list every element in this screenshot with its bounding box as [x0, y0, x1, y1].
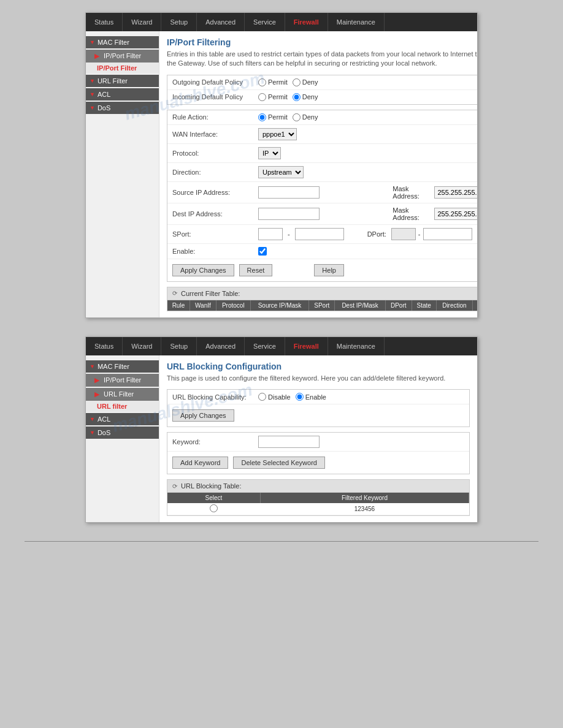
apply-changes-button[interactable]: Apply Changes [172, 264, 234, 276]
enable-value [258, 247, 267, 256]
sport-end-input[interactable] [295, 228, 344, 240]
arrow2-dos: ▼ [90, 430, 95, 436]
wan-interface-label: WAN Interface: [172, 131, 258, 138]
incoming-permit-option[interactable]: Permit [258, 93, 288, 101]
nav-firewall-1[interactable]: Firewall [285, 13, 328, 31]
nav-bar-1: Status Wizard Setup Advanced Service Fir… [86, 13, 477, 31]
port-row: SPort: - DPort: - [167, 225, 478, 244]
sidebar-url-header[interactable]: ▼ URL Filter [86, 75, 159, 87]
protocol-select[interactable]: IP [258, 147, 281, 159]
url-row-radio[interactable] [210, 504, 218, 512]
mask-label-2: Mask Address: [393, 207, 429, 221]
nav-firewall-2[interactable]: Firewall [285, 337, 328, 355]
keyword-row: Keyword: [167, 433, 469, 452]
dport-end-input[interactable] [423, 228, 472, 240]
help-button[interactable]: Help [314, 264, 344, 276]
dest-ip-input[interactable] [258, 208, 320, 220]
url-apply-button[interactable]: Apply Changes [172, 409, 234, 422]
incoming-permit-radio[interactable] [258, 93, 266, 101]
sidebar-dos-label: DoS [98, 104, 110, 112]
nav-maintenance-2[interactable]: Maintenance [328, 337, 385, 355]
enable-row: Enable: [167, 244, 478, 259]
nav-setup-1[interactable]: Setup [161, 13, 197, 31]
panel1-router: manualshlve.com Status Wizard Setup Adva… [85, 12, 478, 318]
sidebar-ipport-header[interactable]: ▶ IP/Port Filter [86, 50, 159, 63]
add-keyword-button[interactable]: Add Keyword [172, 457, 228, 469]
form-buttons: Apply Changes Reset Help [167, 259, 478, 281]
filter-table-title: Current Filter Table: [181, 290, 240, 297]
panel2-router: manualshlve.com Status Wizard Setup Adva… [85, 336, 478, 523]
rule-permit-option[interactable]: Permit [258, 113, 288, 121]
mask-label-1: Mask Address: [393, 185, 429, 200]
reset-button[interactable]: Reset [239, 264, 273, 276]
outgoing-deny-radio[interactable] [293, 78, 301, 86]
delete-keyword-button[interactable]: Delete Selected Keyword [233, 457, 325, 469]
sidebar-section-url: ▼ URL Filter [86, 75, 159, 87]
url-col-keyword: Filtered Keyword [260, 493, 469, 503]
col-protocol: Protocol [216, 300, 250, 311]
nav-status-2[interactable]: Status [86, 337, 123, 355]
url-disable-radio[interactable] [258, 393, 266, 401]
outgoing-deny-option[interactable]: Deny [293, 78, 318, 86]
rule-deny-option[interactable]: Deny [293, 113, 318, 121]
source-ip-input[interactable] [258, 186, 320, 199]
sidebar2-ipport-header[interactable]: ▶ IP/Port Filter [86, 374, 159, 387]
url-disable-option[interactable]: Disable [258, 393, 291, 401]
nav-service-1[interactable]: Service [245, 13, 285, 31]
wan-interface-row: WAN Interface: pppoe1 [167, 125, 478, 144]
nav-wizard-2[interactable]: Wizard [123, 337, 161, 355]
url-enable-radio[interactable] [296, 393, 304, 401]
protocol-value: IP [258, 147, 281, 159]
sidebar-section-acl: ▼ ACL [86, 88, 159, 100]
url-enable-option[interactable]: Enable [296, 393, 326, 401]
enable-checkbox[interactable] [258, 247, 267, 256]
sidebar-section-mac: ▼ MAC Filter [86, 36, 159, 48]
source-ip-value: Mask Address: [258, 185, 478, 200]
sidebar2-url-filter[interactable]: URL filter [86, 401, 159, 412]
col-action: Action [472, 300, 478, 311]
keyword-input[interactable] [258, 436, 320, 448]
nav-wizard-1[interactable]: Wizard [123, 13, 161, 31]
incoming-deny-radio[interactable] [293, 93, 301, 101]
default-policy-section: Outgoing Default Policy Permit Deny [167, 75, 478, 105]
dport-start-input[interactable] [391, 228, 416, 240]
dest-mask-input[interactable] [434, 208, 478, 220]
sidebar2-acl-label: ACL [98, 415, 110, 423]
rule-deny-radio[interactable] [293, 113, 301, 121]
col-source-ip: Source IP/Mask [250, 300, 309, 311]
direction-select[interactable]: Upstream [258, 166, 304, 178]
col-sport: SPort [309, 300, 335, 311]
source-mask-input[interactable] [434, 186, 478, 199]
sidebar-acl-label: ACL [98, 91, 110, 98]
col-wanif: WanIf [190, 300, 216, 311]
nav-status-1[interactable]: Status [86, 13, 123, 31]
outgoing-permit-radio[interactable] [258, 78, 266, 86]
sidebar-1: ▼ MAC Filter ▶ IP/Port Filter IP/Port Fi… [86, 31, 159, 317]
sidebar2-dos-header[interactable]: ▼ DoS [86, 427, 159, 439]
bottom-separator [25, 541, 538, 542]
url-row-keyword: 123456 [260, 503, 469, 515]
sidebar2-mac-header[interactable]: ▼ MAC Filter [86, 360, 159, 373]
sidebar-mac-header[interactable]: ▼ MAC Filter [86, 36, 159, 48]
rule-permit-radio[interactable] [258, 113, 266, 121]
nav-advanced-1[interactable]: Advanced [197, 13, 245, 31]
page-title-2: URL Blocking Configuration [167, 362, 470, 371]
wan-interface-select[interactable]: pppoe1 [258, 128, 297, 140]
outgoing-permit-option[interactable]: Permit [258, 78, 288, 86]
sidebar-dos-header[interactable]: ▼ DoS [86, 102, 159, 114]
sidebar2-url-header[interactable]: ▶ URL Filter [86, 388, 159, 401]
sidebar-acl-header[interactable]: ▼ ACL [86, 88, 159, 100]
table-row: 123456 [167, 503, 469, 515]
sport-sep: - [288, 230, 290, 238]
incoming-deny-option[interactable]: Deny [293, 93, 318, 101]
url-row-select [167, 503, 260, 515]
nav-maintenance-1[interactable]: Maintenance [328, 13, 385, 31]
filter-table: Rule WanIf Protocol Source IP/Mask SPort… [167, 300, 478, 311]
col-state: State [412, 300, 436, 311]
nav-advanced-2[interactable]: Advanced [197, 337, 245, 355]
sidebar2-acl-header[interactable]: ▼ ACL [86, 413, 159, 425]
nav-setup-2[interactable]: Setup [161, 337, 197, 355]
sidebar-ipport-filter[interactable]: IP/Port Filter [86, 63, 159, 74]
nav-service-2[interactable]: Service [245, 337, 285, 355]
sport-start-input[interactable] [258, 228, 283, 240]
